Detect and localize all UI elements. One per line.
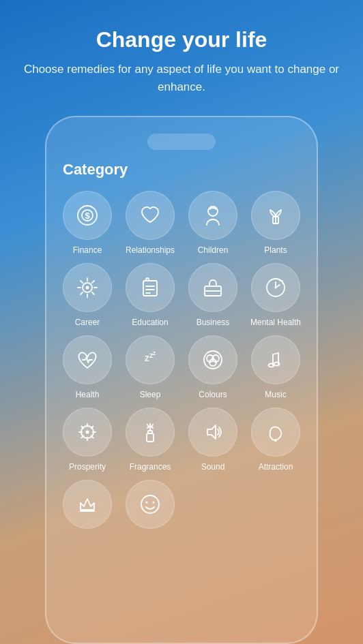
category-item-music[interactable]: Music (248, 335, 303, 399)
attraction-icon-circle (251, 408, 300, 457)
prosperity-label: Prosperity (69, 462, 106, 472)
fragrances-icon (138, 420, 162, 444)
category-item-relationships[interactable]: Relationships (123, 191, 177, 255)
svg-point-59 (153, 502, 155, 504)
svg-text:$: $ (85, 211, 90, 221)
crown-icon (75, 492, 100, 517)
svg-line-37 (273, 353, 278, 354)
business-icon-circle (188, 263, 237, 312)
svg-point-25 (275, 287, 277, 289)
mental-health-icon (263, 275, 288, 300)
category-item-prosperity[interactable]: Prosperity (60, 408, 115, 472)
health-label: Health (76, 390, 100, 399)
svg-line-11 (81, 281, 83, 283)
category-item-plants[interactable]: Plants (248, 191, 303, 255)
svg-line-43 (82, 427, 84, 429)
phone-notch (147, 134, 216, 150)
relationships-icon-circle (126, 191, 175, 240)
svg-point-15 (86, 286, 89, 290)
health-icon-circle (63, 335, 112, 384)
svg-line-45 (91, 427, 93, 429)
finance-icon-circle: $ (63, 191, 112, 240)
sleep-label: Sleep (140, 390, 161, 399)
children-icon-circle (188, 191, 237, 240)
prosperity-icon-circle (63, 408, 112, 457)
business-label: Business (197, 318, 230, 327)
business-icon (201, 275, 225, 300)
plants-icon (263, 203, 288, 228)
fragrances-label: Fragrances (130, 462, 171, 472)
main-title: Change your life (20, 27, 343, 52)
sleep-icon: Z Z Z (138, 348, 162, 372)
header-section: Change your life Choose remedies for any… (0, 0, 363, 109)
education-icon-circle (126, 263, 175, 312)
sound-label: Sound (201, 462, 225, 472)
career-label: Career (75, 318, 100, 327)
category-item-sleep[interactable]: Z Z Z Sleep (123, 335, 177, 399)
category-item-business[interactable]: Business (186, 263, 240, 327)
svg-line-53 (151, 425, 153, 427)
plants-label: Plants (264, 245, 287, 255)
svg-text:Z: Z (153, 351, 156, 356)
attraction-icon (263, 420, 288, 444)
children-label: Children (198, 245, 229, 255)
category-item-finance[interactable]: $ Finance (60, 191, 115, 255)
children-icon (201, 203, 225, 228)
svg-line-12 (92, 292, 94, 294)
category-item-children[interactable]: Children (186, 191, 240, 255)
category-item-smiley[interactable] (123, 480, 177, 534)
phone-frame: Category $ Finance Relationships (45, 116, 318, 644)
category-grid: $ Finance Relationships Ch (60, 191, 303, 541)
prosperity-icon (75, 420, 100, 444)
svg-text:Z: Z (145, 354, 149, 363)
category-item-sound[interactable]: Sound (186, 408, 240, 472)
relationships-label: Relationships (126, 245, 175, 255)
health-icon (75, 348, 100, 372)
category-item-fragrances[interactable]: Fragrances (123, 408, 177, 472)
category-item-crown[interactable] (60, 480, 115, 534)
mental-health-icon-circle (251, 263, 300, 312)
finance-icon: $ (75, 203, 100, 228)
svg-line-46 (82, 436, 84, 438)
colours-label: Colours (199, 390, 227, 399)
svg-line-13 (92, 281, 94, 283)
svg-point-47 (86, 431, 89, 434)
fragrances-icon-circle (126, 408, 175, 457)
attraction-label: Attraction (259, 462, 293, 472)
smiley-icon-circle (126, 480, 175, 529)
category-item-education[interactable]: Education (123, 263, 177, 327)
smiley-icon (138, 492, 162, 517)
colours-icon-circle (188, 335, 237, 384)
education-icon (138, 275, 162, 300)
sleep-icon-circle: Z Z Z (126, 335, 175, 384)
sound-icon-circle (188, 408, 237, 457)
category-item-mental-health[interactable]: Mental Health (248, 263, 303, 327)
category-item-colours[interactable]: Colours (186, 335, 240, 399)
svg-line-51 (147, 425, 149, 427)
music-icon (263, 348, 288, 372)
plants-icon-circle (251, 191, 300, 240)
mental-health-label: Mental Health (250, 318, 301, 327)
career-icon-circle (63, 263, 112, 312)
svg-line-14 (81, 292, 83, 294)
relationships-icon (138, 203, 162, 228)
svg-rect-48 (147, 433, 154, 442)
category-item-attraction[interactable]: Attraction (248, 408, 303, 472)
music-icon-circle (251, 335, 300, 384)
career-icon (75, 275, 100, 300)
main-subtitle: Choose remedies for any aspect of life y… (20, 61, 343, 95)
education-label: Education (132, 318, 168, 327)
finance-label: Finance (73, 245, 102, 255)
svg-marker-54 (207, 425, 216, 439)
svg-point-57 (141, 495, 159, 513)
colours-icon (201, 348, 225, 372)
svg-point-55 (274, 439, 277, 442)
music-label: Music (265, 390, 286, 399)
sound-icon (201, 420, 225, 444)
category-title: Category (60, 161, 303, 179)
category-item-career[interactable]: Career (60, 263, 115, 327)
category-item-health[interactable]: Health (60, 335, 115, 399)
svg-line-44 (91, 436, 93, 438)
svg-point-58 (146, 502, 148, 504)
crown-icon-circle (63, 480, 112, 529)
